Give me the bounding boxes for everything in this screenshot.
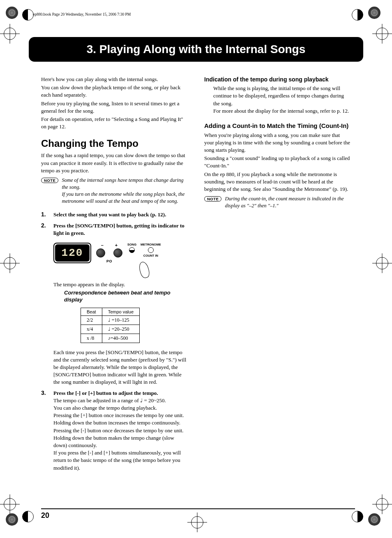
step-3: 3. Press the [-] or [+] button to adjust… xyxy=(41,390,188,472)
header-meta: ep880.book Page 20 Wednesday, November 1… xyxy=(33,12,363,16)
right-button-cluster: SONG METRONOME COUNT IN xyxy=(127,243,161,278)
step3-p3: Pressing the [+] button once increases t… xyxy=(53,412,188,427)
step-2: 2. Press the [SONG/TEMPO] button, gettin… xyxy=(41,222,188,237)
step-2-title: Press the [SONG/TEMPO] button, getting i… xyxy=(53,223,184,236)
countin-p1: When you're playing along with a song, y… xyxy=(204,132,351,154)
heading-indication: Indication of the tempo during song play… xyxy=(204,76,351,83)
note-badge: NOTE xyxy=(204,196,221,202)
intro-p1: Here's how you can play along with the i… xyxy=(41,76,188,83)
countin-p2: Sounding a "count sound" leading up to p… xyxy=(204,155,351,169)
cell-beat: x /8 xyxy=(81,334,102,343)
intro-p2: You can slow down the playback tempo of … xyxy=(41,84,188,99)
cell-beat: x/4 xyxy=(81,325,102,334)
step3-p2: You can also change the tempo during pla… xyxy=(53,404,188,412)
step3-p4: Pressing the [-] button once decreases t… xyxy=(53,427,188,450)
plus-minus-cluster: – + PO xyxy=(96,243,122,263)
intro-p4: For details on operation, refer to "Sele… xyxy=(41,116,188,130)
note-text: During the count-in, the count measure i… xyxy=(225,195,351,209)
minus-label: – xyxy=(101,243,104,248)
cell-value: ♩ =10–125 xyxy=(102,315,139,325)
note-badge: NOTE xyxy=(41,178,58,183)
finger-icon xyxy=(138,261,151,279)
countin-p3: On the ep 880, if you playback a song wh… xyxy=(204,171,351,193)
heading-countin: Adding a Count-in to Match the Timing (C… xyxy=(204,122,351,130)
cell-beat: 2/2 xyxy=(81,315,102,325)
table-row: x/4 ♩ =20–250 xyxy=(81,325,140,334)
after-table-text: Each time you press the [SONG/TEMPO] but… xyxy=(53,349,188,386)
table-row: 2/2 ♩ =10–125 xyxy=(81,315,140,325)
changing-tempo-text: If the song has a rapid tempo, you can s… xyxy=(41,152,188,174)
footer-rule xyxy=(41,508,355,509)
song-label: SONG xyxy=(127,243,136,246)
countin-label: COUNT IN xyxy=(143,254,158,257)
minus-button-icon xyxy=(96,248,105,257)
plus-button-icon xyxy=(113,248,122,257)
song-tempo-button-icon xyxy=(129,247,135,253)
lcd-value: 120 xyxy=(55,244,90,262)
metronome-label: METRONOME xyxy=(141,243,161,246)
note-text: Some of the internal songs have tempos t… xyxy=(62,177,188,205)
intro-p3: Before you try playing the song, listen … xyxy=(41,100,188,115)
note-1: NOTE Some of the internal songs have tem… xyxy=(41,177,188,205)
plus-label: + xyxy=(115,243,118,248)
page-number: 20 xyxy=(41,511,49,520)
indication-p1: While the song is playing, the initial t… xyxy=(213,85,351,107)
countin-block: When you're playing along with a song, y… xyxy=(204,132,351,193)
cell-value: ♩ =20–250 xyxy=(102,325,139,334)
step-3-title: Press the [-] or [+] button to adjust th… xyxy=(53,390,188,397)
note-countin: NOTE During the count-in, the count meas… xyxy=(204,195,351,209)
intro-block: Here's how you can play along with the i… xyxy=(41,76,188,130)
lcd-display: 120 xyxy=(53,243,91,263)
indication-p2: For more about the display for the inter… xyxy=(213,107,351,115)
cell-value: ♪=40–500 xyxy=(102,334,139,343)
step3-p1: The tempo can be adjusted in a range of … xyxy=(53,397,188,404)
table-subhead: Correspondence between beat and tempo di… xyxy=(64,290,188,304)
step-1-num: 1. xyxy=(41,211,48,218)
caption-tempo-display: The tempo appears in the display. xyxy=(53,281,188,288)
heading-changing-tempo: Changing the Tempo xyxy=(41,138,188,150)
th-value: Tempo value xyxy=(102,308,139,315)
step-1: 1. Select the song that you want to play… xyxy=(41,211,188,218)
indication-block: While the song is playing, the initial t… xyxy=(213,85,351,115)
panel-illustration: 120 – + PO SONG xyxy=(53,243,188,278)
step-1-title: Select the song that you want to play ba… xyxy=(53,211,166,218)
step-3-num: 3. xyxy=(41,390,48,472)
right-column: Indication of the tempo during song play… xyxy=(204,76,351,475)
metronome-button-icon xyxy=(148,247,154,253)
th-beat: Beat xyxy=(81,308,102,315)
step-2-num: 2. xyxy=(41,222,48,237)
tempo-small-label: PO xyxy=(106,259,112,263)
step3-p5: If you press the [-] and [+] buttons sim… xyxy=(53,449,188,472)
table-row: x /8 ♪=40–500 xyxy=(81,334,140,343)
tempo-table: Beat Tempo value 2/2 ♩ =10–125 x/4 ♩ =20… xyxy=(81,308,140,343)
chapter-title: 3. Playing Along with the Internal Songs xyxy=(29,37,363,62)
left-column: Here's how you can play along with the i… xyxy=(41,76,188,475)
